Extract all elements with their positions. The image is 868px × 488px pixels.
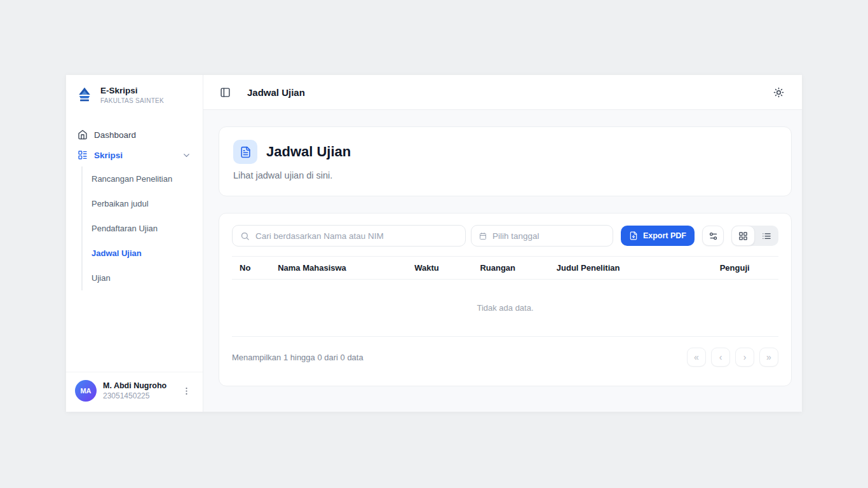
sidebar-item-label: Skripsi — [94, 151, 123, 160]
chevron-right-icon: › — [743, 352, 747, 362]
layout-list-icon — [78, 150, 88, 160]
export-pdf-button[interactable]: Export PDF — [621, 226, 695, 246]
sidebar-item-dashboard[interactable]: Dashboard — [74, 125, 195, 145]
panel-left-icon — [220, 87, 231, 98]
brand-text: E-Skripsi FAKULTAS SAINTEK — [100, 86, 164, 104]
date-input[interactable] — [492, 231, 605, 241]
sidebar-item-rancangan-penelitian[interactable]: Rancangan Penelitian — [83, 166, 195, 191]
calendar-icon — [479, 231, 487, 241]
table-body: Tidak ada data. — [232, 280, 778, 337]
sidebar-item-jadwal-ujian[interactable]: Jadwal Ujian — [83, 241, 195, 266]
topbar: Jadwal Ujian — [203, 75, 802, 110]
avatar: MA — [75, 380, 97, 402]
page-content: Jadwal Ujian Lihat jadwal ujian di sini. — [203, 110, 802, 386]
filter-toolbar: Export PDF — [232, 225, 778, 247]
chevrons-left-icon: « — [694, 352, 699, 362]
app-title: E-Skripsi — [100, 86, 164, 95]
page-title: Jadwal Ujian — [266, 144, 351, 160]
user-info: M. Abdi Nugroho 23051450225 — [103, 381, 166, 400]
list-icon — [762, 231, 771, 241]
search-input[interactable] — [255, 231, 458, 241]
file-download-icon — [629, 231, 638, 240]
sidebar-brand: E-Skripsi FAKULTAS SAINTEK — [66, 75, 203, 109]
column-header-waktu: Waktu — [407, 257, 472, 280]
date-field[interactable] — [471, 225, 613, 247]
ellipsis-vertical-icon — [182, 386, 191, 396]
grid-view-button[interactable] — [731, 226, 755, 246]
filter-settings-button[interactable] — [702, 226, 724, 246]
chevrons-right-icon: » — [766, 352, 771, 362]
previous-page-button[interactable]: ‹ — [711, 348, 730, 367]
app-subtitle: FAKULTAS SAINTEK — [100, 97, 164, 104]
sidebar-toggle-button[interactable] — [219, 86, 232, 99]
table-header: No Nama Mahasiswa Waktu Ruangan Judul Pe… — [232, 257, 778, 280]
sidebar-item-label: Dashboard — [94, 130, 136, 140]
list-view-button[interactable] — [755, 226, 778, 246]
search-icon — [240, 231, 250, 241]
sidebar: E-Skripsi FAKULTAS SAINTEK Dashboard Skr… — [66, 75, 203, 412]
sliders-icon — [709, 231, 718, 241]
page-header-row: Jadwal Ujian — [233, 140, 777, 164]
university-logo-icon — [75, 85, 94, 104]
sidebar-item-perbaikan-judul[interactable]: Perbaikan judul — [83, 191, 195, 216]
page-header-card: Jadwal Ujian Lihat jadwal ujian di sini. — [219, 126, 792, 196]
user-id: 23051450225 — [103, 391, 166, 400]
user-profile: MA M. Abdi Nugroho 23051450225 — [66, 372, 203, 412]
column-header-nama-mahasiswa: Nama Mahasiswa — [270, 257, 407, 280]
user-name: M. Abdi Nugroho — [103, 381, 166, 390]
column-header-no: No — [232, 257, 270, 280]
view-toggle-group — [731, 226, 778, 246]
page-icon-tile — [233, 140, 257, 164]
empty-state-row: Tidak ada data. — [232, 280, 778, 337]
chevron-down-icon — [182, 151, 191, 160]
pagination-controls: « ‹ › » — [687, 348, 778, 367]
home-icon — [78, 130, 88, 140]
page-subtitle: Lihat jadwal ujian di sini. — [233, 170, 777, 180]
empty-state-message: Tidak ada data. — [232, 280, 778, 337]
pagination-summary: Menampilkan 1 hingga 0 dari 0 data — [232, 353, 363, 362]
file-text-icon — [240, 146, 252, 158]
topbar-title: Jadwal Ujian — [247, 87, 305, 98]
export-pdf-label: Export PDF — [643, 231, 686, 240]
column-header-judul-penelitian: Judul Penelitian — [549, 257, 691, 280]
next-page-button[interactable]: › — [735, 348, 754, 367]
sun-icon — [773, 87, 784, 98]
table-footer: Menampilkan 1 hingga 0 dari 0 data « ‹ ›… — [232, 348, 778, 367]
schedule-table-card: Export PDF — [219, 213, 792, 386]
column-header-penguji: Penguji — [691, 257, 778, 280]
table-header-row: No Nama Mahasiswa Waktu Ruangan Judul Pe… — [232, 257, 778, 280]
sidebar-item-pendaftaran-ujian[interactable]: Pendaftaran Ujian — [83, 216, 195, 241]
first-page-button[interactable]: « — [687, 348, 706, 367]
layout-grid-icon — [738, 231, 748, 241]
search-field[interactable] — [232, 225, 466, 247]
theme-toggle-button[interactable] — [772, 86, 785, 99]
sidebar-item-skripsi[interactable]: Skripsi — [74, 145, 195, 165]
column-header-ruangan: Ruangan — [472, 257, 548, 280]
last-page-button[interactable]: » — [759, 348, 778, 367]
sidebar-item-ujian[interactable]: Ujian — [83, 266, 195, 290]
app-window: E-Skripsi FAKULTAS SAINTEK Dashboard Skr… — [66, 75, 802, 412]
user-menu-button[interactable] — [179, 384, 194, 398]
sidebar-skripsi-submenu: Rancangan Penelitian Perbaikan judul Pen… — [81, 166, 195, 290]
chevron-left-icon: ‹ — [719, 352, 722, 362]
main-area: Jadwal Ujian Jadwal Ujian — [203, 75, 802, 412]
schedule-table: No Nama Mahasiswa Waktu Ruangan Judul Pe… — [232, 256, 778, 337]
sidebar-nav: Dashboard Skripsi Rancangan Penelitian P… — [66, 109, 203, 290]
